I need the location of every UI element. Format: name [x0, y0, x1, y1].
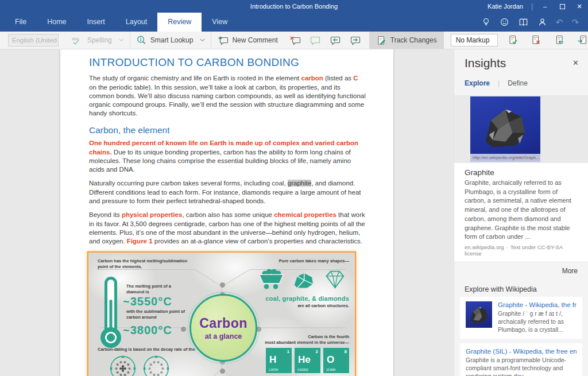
wikipedia-result-1[interactable]: Graphite - Wikipedia, the free e... Grap… [460, 297, 582, 339]
accept-change-icon[interactable] [508, 35, 519, 45]
melting-intro: The melting point of a diamond is [126, 284, 184, 294]
p3-graphite-selected-word[interactable]: graphite [288, 180, 312, 187]
element-symbol: He [298, 354, 311, 367]
paragraph-2: One hundred percent of known life on Ear… [89, 139, 367, 174]
p1-text3: on the periodic table). In this session,… [89, 84, 366, 117]
shapes-title: coal, graphite, & diamonds [246, 294, 349, 303]
tell-me-lightbulb-icon[interactable] [481, 17, 491, 27]
abundance-section: Carbon is the fourth most abundant eleme… [246, 334, 349, 376]
wikipedia-result-2[interactable]: Graphite (SIL) - Wikipedia, the free enc… [460, 343, 582, 376]
restore-button[interactable] [554, 0, 571, 13]
tab-layout[interactable]: Layout [115, 13, 158, 32]
next-comment-icon[interactable] [350, 36, 361, 45]
delete-comment-icon[interactable] [289, 36, 301, 45]
p3-text: Naturally occurring pure carbon takes se… [89, 180, 288, 187]
tab-review[interactable]: Review [157, 13, 202, 32]
tab-file[interactable]: File [5, 13, 37, 32]
knowledge-result[interactable]: Graphite Graphite, archaically referred … [454, 163, 588, 261]
more-link-top[interactable]: More [454, 261, 588, 278]
result-body: Graphite, archaically referred to as Plu… [465, 179, 579, 242]
paragraph-1: The study of organic chemistry and life … [89, 74, 367, 118]
document-title: INTRODUCTION TO CARBON BONDING [89, 55, 367, 69]
heading-carbon-the-element: Carbon, the element [89, 125, 367, 137]
tab-explore[interactable]: Explore [465, 79, 490, 87]
wiki2-link[interactable]: Graphite (SIL) - Wikipedia, the free enc… [466, 348, 577, 355]
smart-lookup-button[interactable]: Smart Lookup [136, 35, 206, 46]
review-ribbon: English (United abc Spelling Smart Looku… [0, 32, 588, 49]
result-source: en.wikipedia.org · [465, 244, 507, 250]
wiki1-thumbnail [466, 301, 492, 328]
dating-caption: Carbon-dating is based on the decay rate… [98, 347, 198, 352]
workspace: INTRODUCTION TO CARBON BONDING The study… [0, 49, 588, 376]
element-symbol: H [269, 354, 276, 367]
track-changes-label: Track Changes [390, 36, 437, 44]
smart-lookup-chevron-icon [200, 38, 205, 42]
wikipedia-section-heading: Explore with Wikipedia [454, 278, 588, 297]
melting-caption: Carbon has the highest melting/sublimati… [98, 258, 194, 269]
insights-pane: Insights ✕ Explore | Define http://en.wi… [454, 49, 588, 376]
element-symbol: O [327, 354, 334, 367]
redo-icon[interactable]: ↷ [571, 18, 579, 26]
restore-icon [560, 4, 565, 9]
ribbon-tab-bar: File Home Insert Layout Review View ↶ ↷ [0, 13, 588, 32]
insights-title: Insights [465, 56, 506, 70]
show-comments-icon[interactable] [310, 36, 321, 45]
new-comment-icon [217, 36, 229, 45]
tab-home[interactable]: Home [37, 13, 76, 32]
center-subtitle: at a glance [205, 332, 242, 342]
document-body: INTRODUCTION TO CARBON BONDING The study… [60, 49, 393, 376]
coal-cart-icon [257, 267, 285, 292]
wiki2-snippet: Graphite is a programmable Unicode-compl… [466, 356, 577, 376]
markup-dropdown[interactable]: No Markup [451, 34, 498, 46]
diamond-icon [321, 269, 349, 292]
previous-comment-icon[interactable] [330, 36, 341, 45]
paragraph-3: Naturally occurring pure carbon takes se… [89, 179, 367, 206]
spelling-label: Spelling [87, 36, 112, 44]
language-button: English (United [8, 34, 59, 46]
p4-text: Beyond its [89, 211, 122, 218]
abundance-caption-2: most abundant element in the universe— [246, 340, 349, 345]
spelling-chevron-icon [119, 38, 124, 42]
graphite-photo[interactable]: http://en.wikipedia.org/wiki/Graph... [470, 96, 540, 162]
carbon12-atom-icon [142, 355, 170, 376]
carbon-infographic-image[interactable]: Carbon has the highest melting/sublimati… [87, 251, 356, 376]
graphite-rock-icon [291, 270, 316, 292]
p4-chemical-emphasis: chemical properties [274, 211, 336, 218]
spelling-abc-icon: abc [71, 36, 84, 45]
new-comment-button[interactable]: New Comment [217, 36, 277, 45]
close-button[interactable]: ✕ [571, 0, 588, 13]
feedback-smiley-icon[interactable] [500, 17, 509, 27]
tab-view[interactable]: View [202, 13, 238, 32]
p4-physical-emphasis: physical properties [122, 211, 182, 218]
tab-define[interactable]: Define [508, 79, 528, 87]
signed-in-user[interactable]: Katie Jordan [488, 3, 523, 10]
element-mass: 4.002602 [297, 369, 308, 372]
wiki1-link[interactable]: Graphite - Wikipedia, the free e... [498, 301, 577, 308]
title-bar: Introduction to Carbon Bonding Katie Jor… [0, 0, 588, 13]
shapes-section: Pure carbon takes many shapes— coal, gra… [246, 258, 349, 308]
p2-text: Due to its unique bonding properties, ca… [89, 149, 351, 173]
next-change-icon[interactable] [577, 35, 588, 45]
account-person-icon[interactable] [537, 17, 547, 27]
element-mass: 1.00794 [269, 369, 278, 372]
insights-close-icon[interactable]: ✕ [572, 59, 579, 67]
diamond-melting-temp: ~3550°C [123, 294, 172, 309]
track-changes-icon [376, 36, 386, 45]
element-number: 1 [287, 349, 289, 355]
reject-change-icon[interactable] [531, 35, 542, 45]
carbon-sublimation-temp: ~3800°C [123, 323, 172, 338]
shapes-caption: Pure carbon takes many shapes— [246, 258, 349, 263]
new-comment-label: New Comment [232, 36, 277, 44]
previous-change-icon[interactable] [554, 35, 565, 45]
tab-insert[interactable]: Insert [77, 13, 115, 32]
carbon14-atom-icon [109, 355, 137, 376]
element-tile-hydrogen: H11.00794 [266, 348, 292, 373]
track-changes-button[interactable]: Track Changes [369, 32, 444, 49]
p1-carbon-emphasis: carbon [301, 75, 323, 82]
element-number: 8 [345, 349, 347, 355]
undo-icon[interactable]: ↶ [556, 18, 563, 26]
minimize-button[interactable]: – [536, 0, 554, 13]
document-page[interactable]: INTRODUCTION TO CARBON BONDING The study… [60, 49, 393, 376]
read-mode-book-icon[interactable] [518, 17, 529, 27]
p4-text4: provides an at-a-glance view of carbon’s… [153, 238, 362, 245]
